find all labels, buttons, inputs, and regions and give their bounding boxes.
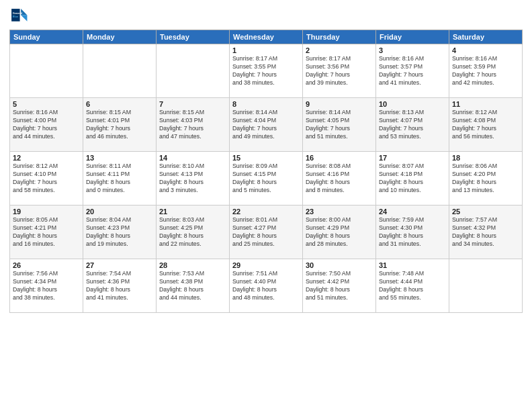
day-number: 23 bbox=[306, 208, 373, 216]
calendar-cell: 7Sunrise: 8:15 AMSunset: 4:03 PMDaylight… bbox=[157, 98, 230, 152]
cell-text: Sunset: 4:27 PM bbox=[232, 224, 300, 232]
cell-text: Sunrise: 8:15 AM bbox=[159, 109, 226, 117]
cell-text: and 58 minutes. bbox=[13, 187, 80, 195]
calendar-cell: 19Sunrise: 8:05 AMSunset: 4:21 PMDayligh… bbox=[10, 205, 83, 259]
calendar-cell bbox=[449, 259, 523, 313]
calendar-cell: 13Sunrise: 8:11 AMSunset: 4:11 PMDayligh… bbox=[83, 152, 157, 205]
cell-text: Sunset: 4:07 PM bbox=[379, 117, 446, 125]
day-number: 24 bbox=[379, 208, 446, 216]
cell-text: Sunset: 4:05 PM bbox=[306, 117, 373, 125]
calendar-cell: 10Sunrise: 8:13 AMSunset: 4:07 PMDayligh… bbox=[376, 98, 449, 152]
cell-text: Sunrise: 8:13 AM bbox=[379, 109, 446, 117]
cell-text: Daylight: 7 hours bbox=[452, 125, 519, 133]
cell-text: and 55 minutes. bbox=[379, 294, 446, 302]
day-number: 8 bbox=[232, 100, 300, 108]
day-number: 20 bbox=[86, 208, 153, 216]
cell-text: Daylight: 7 hours bbox=[379, 125, 446, 133]
cell-text: Daylight: 8 hours bbox=[232, 286, 300, 294]
cell-text: Daylight: 7 hours bbox=[232, 125, 300, 133]
svg-text:General: General bbox=[13, 11, 22, 15]
cell-text: Sunrise: 8:00 AM bbox=[306, 216, 373, 224]
calendar-cell: 23Sunrise: 8:00 AMSunset: 4:29 PMDayligh… bbox=[303, 205, 376, 259]
cell-text: Sunset: 4:11 PM bbox=[86, 171, 153, 179]
cell-text: Sunrise: 7:59 AM bbox=[379, 216, 446, 224]
cell-text: Sunrise: 8:08 AM bbox=[306, 163, 373, 171]
cell-text: Sunset: 4:18 PM bbox=[379, 171, 446, 179]
cell-text: Sunrise: 8:12 AM bbox=[13, 163, 80, 171]
calendar-cell: 20Sunrise: 8:04 AMSunset: 4:23 PMDayligh… bbox=[83, 205, 157, 259]
cell-text: Daylight: 8 hours bbox=[306, 179, 373, 187]
cell-text: Daylight: 7 hours bbox=[306, 125, 373, 133]
cell-text: Daylight: 8 hours bbox=[232, 179, 300, 187]
col-header-friday: Friday bbox=[376, 30, 449, 44]
cell-text: and 46 minutes. bbox=[86, 133, 153, 141]
cell-text: Sunrise: 8:10 AM bbox=[159, 163, 226, 171]
cell-text: and 38 minutes. bbox=[13, 294, 80, 302]
cell-text: Sunrise: 8:06 AM bbox=[452, 163, 519, 171]
cell-text: Sunrise: 7:51 AM bbox=[232, 270, 300, 278]
cell-text: Daylight: 8 hours bbox=[13, 232, 80, 240]
cell-text: Daylight: 7 hours bbox=[232, 71, 300, 79]
cell-text: and 16 minutes. bbox=[13, 240, 80, 248]
day-number: 26 bbox=[13, 261, 80, 269]
cell-text: and 8 minutes. bbox=[306, 187, 373, 195]
cell-text: and 44 minutes. bbox=[13, 133, 80, 141]
col-header-monday: Monday bbox=[83, 30, 157, 44]
cell-text: Sunrise: 8:16 AM bbox=[452, 55, 519, 63]
header: General Blue bbox=[9, 7, 523, 26]
calendar-cell: 22Sunrise: 8:01 AMSunset: 4:27 PMDayligh… bbox=[230, 205, 303, 259]
calendar-cell: 1Sunrise: 8:17 AMSunset: 3:55 PMDaylight… bbox=[230, 44, 303, 98]
day-number: 28 bbox=[159, 261, 226, 269]
calendar-cell: 15Sunrise: 8:09 AMSunset: 4:15 PMDayligh… bbox=[230, 152, 303, 205]
cell-text: Sunset: 4:10 PM bbox=[13, 171, 80, 179]
cell-text: Sunrise: 8:16 AM bbox=[13, 109, 80, 117]
cell-text: Daylight: 8 hours bbox=[306, 286, 373, 294]
cell-text: Sunrise: 8:17 AM bbox=[232, 55, 300, 63]
day-number: 12 bbox=[13, 154, 80, 162]
cell-text: Daylight: 7 hours bbox=[306, 71, 373, 79]
cell-text: Sunrise: 8:03 AM bbox=[159, 216, 226, 224]
calendar-cell bbox=[10, 44, 83, 98]
cell-text: Sunset: 4:44 PM bbox=[379, 278, 446, 286]
col-header-wednesday: Wednesday bbox=[230, 30, 303, 44]
page: General Blue SundayMondayTuesdayWednesda… bbox=[0, 0, 532, 411]
cell-text: Sunset: 3:59 PM bbox=[452, 63, 519, 71]
cell-text: Sunrise: 8:14 AM bbox=[306, 109, 373, 117]
calendar-cell: 26Sunrise: 7:56 AMSunset: 4:34 PMDayligh… bbox=[10, 259, 83, 313]
calendar-cell: 30Sunrise: 7:50 AMSunset: 4:42 PMDayligh… bbox=[303, 259, 376, 313]
calendar-cell: 6Sunrise: 8:15 AMSunset: 4:01 PMDaylight… bbox=[83, 98, 157, 152]
cell-text: Sunrise: 8:17 AM bbox=[306, 55, 373, 63]
cell-text: Sunset: 4:34 PM bbox=[13, 278, 80, 286]
cell-text: Daylight: 8 hours bbox=[306, 232, 373, 240]
day-number: 3 bbox=[379, 46, 446, 54]
cell-text: Daylight: 7 hours bbox=[86, 125, 153, 133]
cell-text: Sunrise: 8:16 AM bbox=[379, 55, 446, 63]
cell-text: Sunset: 4:20 PM bbox=[452, 171, 519, 179]
calendar-cell: 28Sunrise: 7:53 AMSunset: 4:38 PMDayligh… bbox=[157, 259, 230, 313]
cell-text: Sunrise: 8:01 AM bbox=[232, 216, 300, 224]
calendar-cell: 24Sunrise: 7:59 AMSunset: 4:30 PMDayligh… bbox=[376, 205, 449, 259]
day-number: 19 bbox=[13, 208, 80, 216]
cell-text: Daylight: 8 hours bbox=[232, 232, 300, 240]
day-number: 15 bbox=[232, 154, 300, 162]
cell-text: Sunset: 4:32 PM bbox=[452, 224, 519, 232]
cell-text: Daylight: 8 hours bbox=[159, 232, 226, 240]
calendar-cell: 27Sunrise: 7:54 AMSunset: 4:36 PMDayligh… bbox=[83, 259, 157, 313]
col-header-tuesday: Tuesday bbox=[157, 30, 230, 44]
calendar-cell: 2Sunrise: 8:17 AMSunset: 3:56 PMDaylight… bbox=[303, 44, 376, 98]
day-number: 1 bbox=[232, 46, 300, 54]
day-number: 10 bbox=[379, 100, 446, 108]
calendar-table: SundayMondayTuesdayWednesdayThursdayFrid… bbox=[9, 30, 523, 313]
col-header-saturday: Saturday bbox=[449, 30, 523, 44]
svg-marker-1 bbox=[21, 15, 27, 21]
cell-text: and 28 minutes. bbox=[306, 240, 373, 248]
cell-text: Sunset: 4:29 PM bbox=[306, 224, 373, 232]
cell-text: and 39 minutes. bbox=[306, 79, 373, 87]
cell-text: Sunrise: 8:07 AM bbox=[379, 163, 446, 171]
calendar-cell: 11Sunrise: 8:12 AMSunset: 4:08 PMDayligh… bbox=[449, 98, 523, 152]
cell-text: Daylight: 8 hours bbox=[86, 232, 153, 240]
cell-text: Daylight: 8 hours bbox=[159, 286, 226, 294]
calendar-cell: 17Sunrise: 8:07 AMSunset: 4:18 PMDayligh… bbox=[376, 152, 449, 205]
cell-text: Sunrise: 8:12 AM bbox=[452, 109, 519, 117]
cell-text: Sunset: 3:57 PM bbox=[379, 63, 446, 71]
